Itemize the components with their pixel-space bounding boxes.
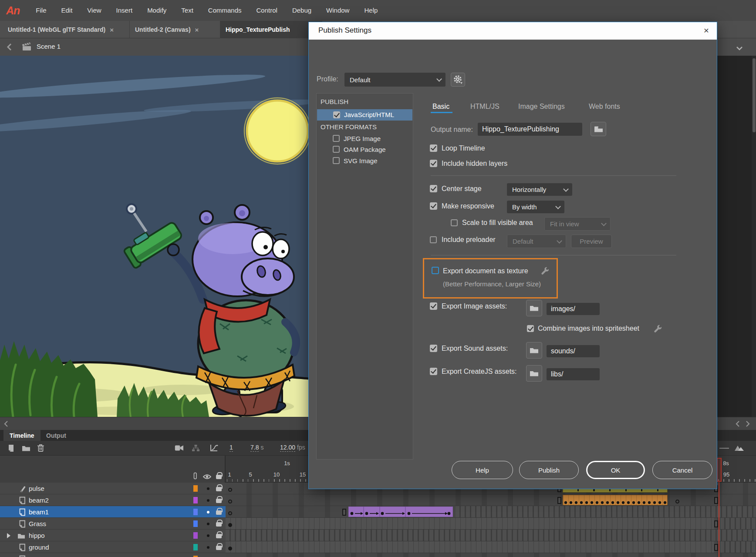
- visibility-dot[interactable]: [207, 487, 209, 490]
- empty-frames[interactable]: [720, 541, 756, 553]
- empty-keyframe[interactable]: [228, 511, 232, 515]
- empty-frames[interactable]: [456, 506, 756, 517]
- eye-visibility-icon[interactable]: [203, 473, 211, 481]
- wrench-settings-icon[interactable]: [540, 266, 550, 278]
- animate-logo[interactable]: An: [6, 4, 20, 17]
- center-stage-dropdown[interactable]: Horizontally: [507, 183, 572, 196]
- layer-row-beam2[interactable]: beam2: [0, 494, 756, 506]
- close-icon[interactable]: ×: [704, 25, 709, 36]
- oam-label[interactable]: OAM Package: [344, 146, 386, 153]
- images-folder-button[interactable]: [526, 300, 542, 316]
- menu-debug[interactable]: Debug: [285, 0, 319, 21]
- ok-button[interactable]: OK: [586, 461, 645, 479]
- menu-commands[interactable]: Commands: [201, 0, 249, 21]
- menu-text[interactable]: Text: [174, 0, 201, 21]
- menu-insert[interactable]: Insert: [109, 0, 140, 21]
- preview-button[interactable]: Preview: [571, 235, 612, 248]
- layer-row-grass[interactable]: Grass: [0, 518, 756, 530]
- include-preloader-checkbox[interactable]: [430, 236, 437, 243]
- delete-trash-icon[interactable]: [37, 444, 44, 454]
- help-button[interactable]: Help: [452, 461, 513, 479]
- images-path-input[interactable]: images/: [547, 303, 600, 315]
- timeline-zoom-slider[interactable]: [719, 448, 729, 449]
- timeline-zoom-mountain-icon[interactable]: [732, 443, 744, 453]
- doc-tab-untitled2[interactable]: Untitled-2 (Canvas) ×: [130, 21, 220, 38]
- close-icon[interactable]: ×: [195, 26, 199, 34]
- parenting-hierarchy-icon[interactable]: [192, 444, 200, 453]
- back-arrow-icon[interactable]: [6, 43, 12, 53]
- keyframe[interactable]: [228, 547, 232, 550]
- layer-row-hippo-folder[interactable]: hippo: [0, 530, 756, 541]
- graph-editor-icon[interactable]: [210, 444, 218, 453]
- outline-column-icon[interactable]: [193, 472, 197, 481]
- lock-icon[interactable]: [216, 499, 222, 503]
- visibility-dot[interactable]: [207, 523, 209, 525]
- playhead-line[interactable]: [719, 482, 719, 557]
- svg-checkbox[interactable]: [333, 157, 340, 164]
- visibility-dot[interactable]: [207, 499, 209, 502]
- menu-file[interactable]: File: [28, 0, 54, 21]
- make-responsive-checkbox[interactable]: [430, 202, 437, 210]
- visibility-dot[interactable]: [207, 546, 209, 549]
- export-createjs-checkbox[interactable]: [430, 368, 437, 375]
- empty-frames[interactable]: [720, 518, 756, 529]
- lock-icon[interactable]: [216, 487, 222, 491]
- playhead-marker[interactable]: [717, 458, 722, 482]
- menu-window[interactable]: Window: [319, 0, 357, 21]
- close-icon[interactable]: ×: [110, 26, 114, 34]
- new-folder-icon[interactable]: [22, 445, 30, 453]
- stage-canvas[interactable]: [0, 56, 308, 417]
- vscrollbar-thumb[interactable]: [753, 58, 756, 132]
- menu-control[interactable]: Control: [249, 0, 285, 21]
- menu-view[interactable]: View: [80, 0, 108, 21]
- frame-track[interactable]: [226, 494, 756, 506]
- frame-track[interactable]: [226, 518, 756, 530]
- current-frame-indicator[interactable]: 1: [230, 444, 233, 451]
- layer-color-swatch[interactable]: [193, 497, 198, 503]
- doc-tab-untitled1[interactable]: Untitled-1 (WebGL glTF Standard) ×: [3, 21, 130, 38]
- preloader-dropdown[interactable]: Default: [507, 235, 566, 248]
- menu-help[interactable]: Help: [357, 0, 385, 21]
- empty-keyframe[interactable]: [675, 500, 679, 503]
- layer-row-ground[interactable]: ground: [0, 541, 756, 553]
- scroll-left-icon[interactable]: [3, 420, 8, 429]
- center-stage-checkbox[interactable]: [430, 185, 437, 192]
- layer-color-swatch[interactable]: [193, 520, 198, 527]
- layer-row-beam1[interactable]: beam1: [0, 506, 756, 518]
- expand-triangle-icon[interactable]: [7, 533, 10, 538]
- camera-icon[interactable]: [175, 445, 184, 453]
- static-span[interactable]: [226, 518, 714, 529]
- lock-icon[interactable]: [216, 510, 222, 515]
- frame-track[interactable]: [226, 506, 756, 518]
- export-images-checkbox[interactable]: [430, 302, 437, 310]
- menu-edit[interactable]: Edit: [54, 0, 80, 21]
- classic-tween-span[interactable]: [348, 507, 453, 517]
- libs-folder-button[interactable]: [526, 365, 542, 382]
- scale-fill-dropdown[interactable]: Fit in view: [544, 217, 611, 231]
- new-layer-icon[interactable]: [8, 444, 16, 454]
- layer-color-swatch[interactable]: [193, 532, 198, 539]
- svg-label[interactable]: SVG Image: [344, 157, 378, 164]
- libs-path-input[interactable]: libs/: [547, 368, 600, 380]
- static-span[interactable]: [226, 541, 714, 553]
- scroll-right-icon[interactable]: [746, 420, 750, 429]
- frame-track[interactable]: [226, 530, 756, 541]
- fps-indicator[interactable]: 12.00fps: [280, 444, 305, 451]
- tab-htmljs[interactable]: HTML/JS: [470, 103, 500, 111]
- loop-timeline-checkbox[interactable]: [430, 144, 437, 152]
- doc-tab-hippo[interactable]: Hippo_TexturePublish: [220, 21, 322, 38]
- keyframe[interactable]: [228, 523, 232, 527]
- sounds-folder-button[interactable]: [526, 342, 542, 359]
- javascript-html-checkbox[interactable]: [333, 111, 340, 118]
- profile-dropdown[interactable]: Default: [344, 73, 446, 87]
- visibility-dot[interactable]: [207, 534, 209, 537]
- format-javascript-html[interactable]: JavaScript/HTML: [317, 109, 412, 121]
- layer-color-swatch[interactable]: [193, 509, 198, 515]
- visibility-dot[interactable]: [207, 511, 209, 513]
- dialog-titlebar[interactable]: Publish Settings ×: [309, 22, 717, 40]
- cancel-button[interactable]: Cancel: [652, 461, 712, 479]
- output-name-input[interactable]: Hippo_TexturePublishing: [478, 123, 582, 136]
- elapsed-time-indicator[interactable]: 7.8s: [250, 444, 263, 451]
- stage-vscrollbar[interactable]: [752, 56, 756, 417]
- keyframe-span[interactable]: [563, 495, 668, 505]
